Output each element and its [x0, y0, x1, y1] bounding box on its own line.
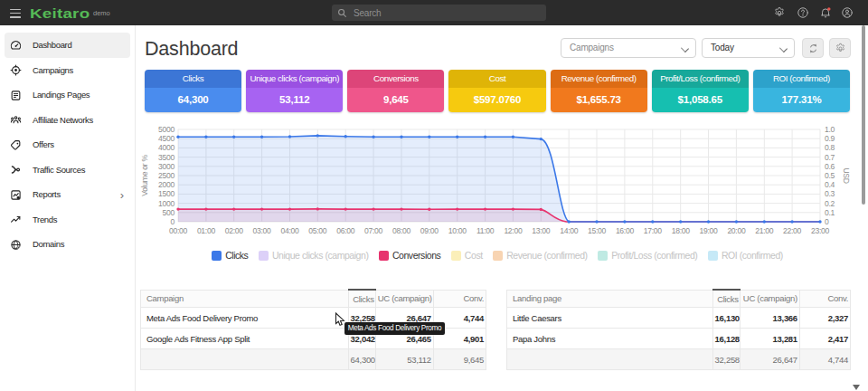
svg-text:16:00: 16:00: [616, 226, 635, 235]
svg-text:0.7: 0.7: [825, 153, 835, 162]
svg-text:08:00: 08:00: [392, 226, 411, 235]
svg-text:1000: 1000: [158, 199, 175, 208]
svg-text:10:00: 10:00: [448, 226, 467, 235]
svg-text:0.6: 0.6: [825, 162, 835, 171]
svg-text:03:00: 03:00: [253, 226, 272, 235]
svg-text:0.9: 0.9: [825, 134, 835, 143]
svg-text:Volume or %: Volume or %: [140, 155, 149, 196]
svg-text:20:00: 20:00: [727, 226, 746, 235]
svg-text:0.4: 0.4: [825, 180, 835, 189]
svg-text:1.0: 1.0: [825, 125, 835, 134]
svg-text:05:00: 05:00: [308, 226, 327, 235]
svg-text:21:00: 21:00: [755, 226, 774, 235]
svg-text:0.8: 0.8: [825, 143, 835, 152]
svg-text:09:00: 09:00: [420, 226, 439, 235]
svg-text:15:00: 15:00: [588, 226, 607, 235]
svg-text:11:00: 11:00: [476, 226, 495, 235]
svg-text:0.1: 0.1: [825, 208, 835, 217]
svg-text:3000: 3000: [158, 162, 175, 171]
svg-text:00:00: 00:00: [169, 226, 188, 235]
svg-text:0: 0: [171, 217, 175, 226]
svg-text:01:00: 01:00: [197, 226, 216, 235]
svg-text:USD: USD: [842, 167, 851, 183]
svg-text:0.3: 0.3: [825, 189, 835, 198]
svg-text:4500: 4500: [158, 134, 175, 143]
svg-text:18:00: 18:00: [672, 226, 691, 235]
svg-text:500: 500: [163, 208, 175, 217]
svg-text:4000: 4000: [158, 143, 175, 152]
svg-text:12:00: 12:00: [504, 226, 523, 235]
svg-text:04:00: 04:00: [280, 226, 299, 235]
svg-text:1500: 1500: [158, 189, 175, 198]
svg-text:17:00: 17:00: [644, 226, 663, 235]
svg-text:13:00: 13:00: [532, 226, 551, 235]
svg-text:14:00: 14:00: [560, 226, 579, 235]
svg-text:5000: 5000: [158, 125, 175, 134]
svg-text:06:00: 06:00: [336, 226, 355, 235]
svg-text:0: 0: [825, 217, 829, 226]
svg-text:22:00: 22:00: [783, 226, 802, 235]
svg-text:2500: 2500: [158, 171, 175, 180]
svg-text:0.5: 0.5: [825, 171, 835, 180]
svg-text:3500: 3500: [158, 153, 175, 162]
svg-text:19:00: 19:00: [699, 226, 718, 235]
svg-text:23:00: 23:00: [811, 226, 830, 235]
svg-text:07:00: 07:00: [364, 226, 383, 235]
svg-text:0.2: 0.2: [825, 199, 835, 208]
svg-text:2000: 2000: [158, 180, 175, 189]
svg-text:02:00: 02:00: [225, 226, 244, 235]
